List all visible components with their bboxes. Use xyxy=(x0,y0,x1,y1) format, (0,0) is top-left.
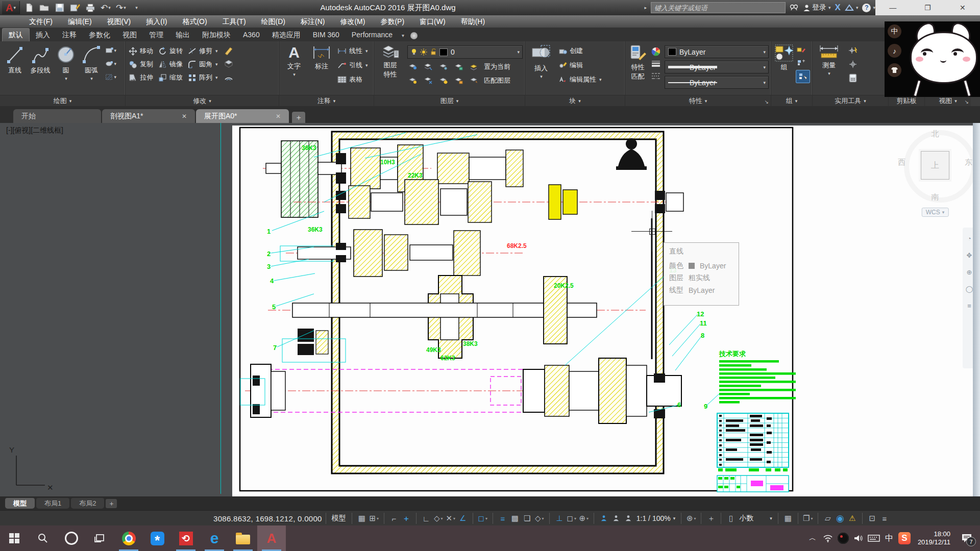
new-layout-icon[interactable]: ＋ xyxy=(106,499,117,508)
array-tool[interactable]: 阵列▾ xyxy=(188,71,218,84)
menu-help[interactable]: 帮助(H) xyxy=(453,15,493,28)
a360-icon[interactable]: ▾ xyxy=(845,4,859,12)
graphics-performance-icon[interactable]: ◉ xyxy=(834,512,846,524)
chrome-app-button[interactable] xyxy=(114,525,143,551)
ribbon-tab-home[interactable]: 默认 xyxy=(2,28,30,41)
wcs-menu[interactable]: WCS▾ xyxy=(922,208,949,217)
object-snap-icon[interactable]: ◻▾ xyxy=(477,512,489,524)
ribbon-tab-a360[interactable]: A360 xyxy=(237,29,266,41)
coordinates-display[interactable]: 3086.8632, 1698.1212, 0.0000 xyxy=(213,514,322,523)
panel-label-draw[interactable]: 绘图▾ xyxy=(0,95,125,106)
object-snap-tracking-icon[interactable]: ∠ xyxy=(457,512,469,524)
layer-off-icon[interactable] xyxy=(407,62,419,72)
ribbon-tab-output[interactable]: 输出 xyxy=(169,29,196,41)
osnap-tracking-icon[interactable]: ✕▾ xyxy=(445,512,457,524)
annotation-scale-value[interactable]: 1:1 / 100%▾ xyxy=(634,514,677,522)
match-layer-icon[interactable] xyxy=(469,76,480,86)
visual-style-icon[interactable]: ◻▾ xyxy=(566,512,578,524)
shaft-assembly-output[interactable] xyxy=(240,358,682,423)
rotate-tool[interactable]: 旋转 xyxy=(158,44,183,58)
panel-label-group[interactable]: 组▾ xyxy=(771,95,812,106)
set-current-icon[interactable] xyxy=(469,62,480,72)
table-tool[interactable]: 表格 xyxy=(337,73,368,86)
menu-file[interactable]: 文件(F) xyxy=(21,15,60,28)
scale-tool[interactable]: 缩放 xyxy=(158,71,183,84)
menu-edit[interactable]: 编辑(E) xyxy=(60,15,100,28)
dimension-tool[interactable]: 标注 xyxy=(310,44,333,71)
color-wheel-icon[interactable] xyxy=(650,46,662,57)
annotation-visibility-icon[interactable] xyxy=(598,512,610,524)
viewcube-east[interactable]: 东 xyxy=(965,158,972,167)
ribbon-tab-performance[interactable]: Performance xyxy=(346,29,399,41)
wifi-icon[interactable] xyxy=(822,528,834,548)
viewcube-top-face[interactable]: 上 xyxy=(921,151,949,180)
save-as-icon[interactable] xyxy=(69,2,81,13)
viewcube[interactable]: 北 南 西 东 上 WCS▾ xyxy=(897,127,973,218)
panel-label-properties[interactable]: 特性▾↘ xyxy=(625,95,771,106)
close-tab-icon[interactable]: ✕ xyxy=(182,113,187,120)
file-tab-zhankaitu[interactable]: 展开图A0*✕ xyxy=(196,109,289,123)
rectangle-tool-icon[interactable]: ▾ xyxy=(105,45,116,56)
group-button[interactable]: 组 xyxy=(774,44,794,72)
new-file-icon[interactable] xyxy=(23,2,35,13)
ribbon-tab-featured[interactable]: 精选应用 xyxy=(266,29,307,41)
shaft-assembly-3[interactable] xyxy=(280,230,523,277)
start-button[interactable] xyxy=(0,525,29,551)
leader-tool[interactable]: 引线▾ xyxy=(337,59,368,72)
dynamic-ucs-icon[interactable]: ⊥ xyxy=(553,512,566,524)
touch-keyboard-icon[interactable] xyxy=(868,528,880,548)
ucs-icon-toggle[interactable]: ⊕▾ xyxy=(578,512,590,524)
autocad-logo-icon[interactable]: A▾ xyxy=(2,1,20,14)
layer-freeze-icon[interactable] xyxy=(438,62,449,72)
create-block-tool[interactable]: 创建 xyxy=(559,44,602,58)
menu-parametric[interactable]: 参数(P) xyxy=(373,15,412,28)
hatch-tool-icon[interactable]: ▾ xyxy=(105,72,116,82)
cam-badge-shirt-icon[interactable] xyxy=(888,63,901,77)
copy-tool[interactable]: 复制 xyxy=(129,58,153,71)
polyline-tool[interactable]: 多段线 xyxy=(29,44,52,75)
ribbon-tab-manage[interactable]: 管理 xyxy=(143,29,169,41)
mirror-tool[interactable]: 镜像 xyxy=(158,58,183,71)
redo-icon[interactable]: ↷▾ xyxy=(115,2,127,13)
save-icon[interactable] xyxy=(54,2,66,13)
sogou-ime-icon[interactable]: S xyxy=(898,528,911,548)
quick-calc-icon[interactable] xyxy=(847,73,859,83)
model-space-button[interactable]: 模型 xyxy=(330,514,348,523)
insert-block-button[interactable]: 插入▾ xyxy=(528,44,554,79)
text-tool[interactable]: A 文字▾ xyxy=(282,44,306,77)
breather-part[interactable] xyxy=(616,138,647,170)
snap-mode-icon[interactable]: ▦ xyxy=(356,512,368,524)
viewport-controls[interactable]: [-][俯视][二维线框] xyxy=(6,126,63,135)
layer-unlock2-icon[interactable] xyxy=(453,76,464,86)
layer-isolate-icon[interactable] xyxy=(423,62,434,72)
help-icon[interactable]: ?▾ xyxy=(862,4,875,12)
fillet-tool[interactable]: 圆角▾ xyxy=(188,58,218,71)
clean-screen-icon[interactable]: ⊡ xyxy=(866,512,878,524)
minimize-button[interactable]: — xyxy=(875,0,910,15)
ribbon-tab-parametric[interactable]: 参数化 xyxy=(83,29,116,41)
close-button[interactable]: ✕ xyxy=(945,0,980,15)
new-drawing-tab-icon[interactable]: ＋ xyxy=(292,112,305,123)
match-layer-label[interactable]: 匹配图层 xyxy=(484,76,510,85)
annotation-scale-icon[interactable] xyxy=(622,512,634,524)
stretch-tool[interactable]: 拉伸 xyxy=(129,71,153,84)
ungroup-selected-icon[interactable] xyxy=(796,58,807,68)
file-tab-start[interactable]: 开始 xyxy=(13,109,101,123)
id-point-icon[interactable] xyxy=(847,45,859,56)
panel-label-annotate[interactable]: 注释▾ xyxy=(279,95,374,106)
ribbon-tab-view[interactable]: 视图 xyxy=(116,29,143,41)
music-tray-icon[interactable] xyxy=(837,528,849,548)
transparency-icon[interactable]: ▩ xyxy=(509,512,521,524)
match-properties-button[interactable]: 特性匹配 xyxy=(628,44,647,81)
search-expand-icon[interactable]: ▸ xyxy=(645,5,647,10)
help-search-input[interactable] xyxy=(651,2,786,13)
volume-icon[interactable] xyxy=(852,528,865,548)
trusted-path-warning-icon[interactable]: ⚠ xyxy=(846,512,859,524)
trim-tool[interactable]: 修剪▾ xyxy=(188,44,218,58)
arc-tool[interactable]: 圆弧▾ xyxy=(80,44,103,81)
isometric-drafting-icon[interactable]: ◇▾ xyxy=(432,512,445,524)
menu-window[interactable]: 窗口(W) xyxy=(412,15,453,28)
linetype-select[interactable]: ByLayer▾ xyxy=(665,76,769,89)
showmotion-icon[interactable]: ≡ xyxy=(967,302,971,310)
open-file-icon[interactable] xyxy=(38,2,51,13)
